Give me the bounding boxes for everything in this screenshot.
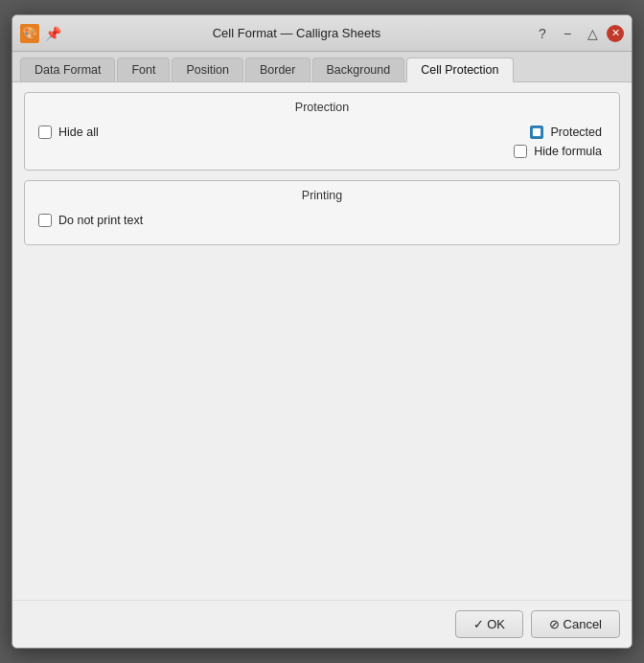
tab-border[interactable]: Border	[245, 57, 310, 81]
printing-group: Printing Do not print text	[24, 180, 620, 245]
protected-checkbox[interactable]	[530, 126, 543, 139]
window-controls: ? − △ ✕	[532, 23, 624, 44]
protection-group-title: Protection	[25, 93, 619, 118]
protection-right: Protected Hide formula	[514, 126, 602, 158]
help-button[interactable]: ?	[532, 23, 553, 44]
maximize-button[interactable]: △	[582, 23, 603, 44]
titlebar: 🎨 📌 Cell Format — Calligra Sheets ? − △ …	[12, 15, 632, 52]
printing-group-title: Printing	[25, 181, 619, 206]
minimize-button[interactable]: −	[557, 23, 578, 44]
tab-data-format[interactable]: Data Format	[20, 57, 115, 81]
tab-cell-protection[interactable]: Cell Protection	[406, 57, 513, 82]
main-content: Protection Hide all Protected	[12, 82, 632, 600]
close-button[interactable]: ✕	[607, 25, 624, 42]
hide-formula-checkbox[interactable]	[514, 145, 527, 158]
protection-group-content: Hide all Protected Hide formula	[25, 118, 619, 170]
dialog-footer: ✓ OK ⊘ Cancel	[12, 600, 632, 648]
do-not-print-row: Do not print text	[38, 214, 606, 227]
hide-all-row: Hide all	[38, 126, 99, 139]
printing-group-content: Do not print text	[25, 206, 619, 244]
protection-top-row: Hide all Protected Hide formula	[38, 126, 606, 158]
hide-formula-row: Hide formula	[514, 145, 602, 158]
pin-button[interactable]: 📌	[45, 26, 61, 41]
tab-bar: Data Format Font Position Border Backgro…	[12, 52, 632, 82]
protection-left: Hide all	[38, 126, 99, 145]
tab-position[interactable]: Position	[172, 57, 242, 81]
hide-all-checkbox[interactable]	[38, 126, 52, 139]
protected-label[interactable]: Protected	[550, 126, 602, 139]
tab-background[interactable]: Background	[312, 57, 405, 81]
hide-formula-label[interactable]: Hide formula	[534, 145, 602, 158]
do-not-print-checkbox[interactable]	[38, 214, 52, 227]
do-not-print-label[interactable]: Do not print text	[58, 214, 143, 227]
app-icon: 🎨	[20, 24, 39, 43]
protection-group: Protection Hide all Protected	[24, 92, 620, 171]
cancel-button[interactable]: ⊘ Cancel	[531, 610, 620, 638]
ok-button[interactable]: ✓ OK	[455, 610, 523, 638]
tab-font[interactable]: Font	[117, 57, 170, 81]
hide-all-label[interactable]: Hide all	[58, 126, 99, 139]
main-window: 🎨 📌 Cell Format — Calligra Sheets ? − △ …	[12, 14, 632, 649]
window-title: Cell Format — Calligra Sheets	[67, 26, 526, 40]
protected-row: Protected	[530, 126, 602, 139]
